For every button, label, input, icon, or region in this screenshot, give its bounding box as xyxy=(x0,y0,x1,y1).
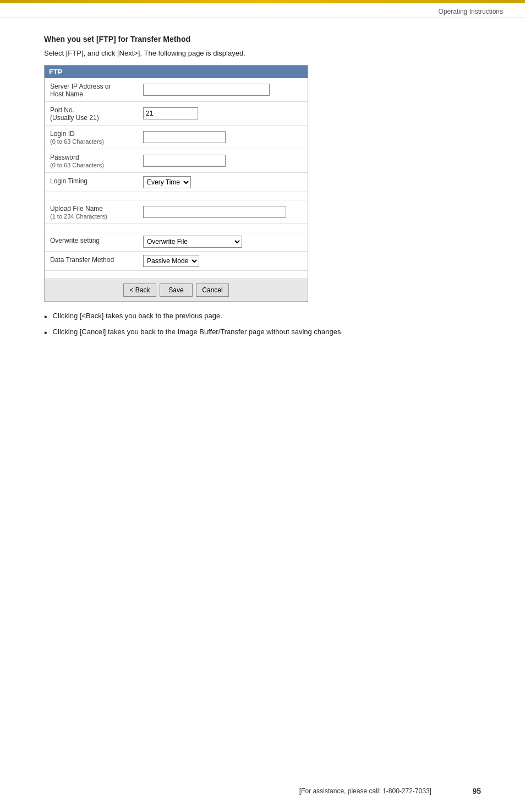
row-login-timing: Login Timing Every Time Once xyxy=(45,173,308,192)
row-spacer1 xyxy=(45,192,308,200)
button-row: < Back Save Cancel xyxy=(45,279,308,301)
footer-assistance-text: [For assistance, please call: 1-800-272-… xyxy=(258,787,472,795)
row-login-id: Login ID (0 to 63 Characters) xyxy=(45,126,308,149)
label-login-timing: Login Timing xyxy=(45,173,141,192)
bullet-list: Clicking [<Back] takes you back to the p… xyxy=(44,312,481,338)
header-title: Operating Instructions xyxy=(439,8,503,15)
login-id-input[interactable] xyxy=(143,131,226,143)
main-content: When you set [FTP] for Transfer Method S… xyxy=(0,18,525,366)
cancel-button[interactable]: Cancel xyxy=(196,284,229,297)
row-server-ip: Server IP Address or Host Name xyxy=(45,78,308,102)
bullet-item-back: Clicking [<Back] takes you back to the p… xyxy=(44,312,481,322)
label-port-no: Port No. (Usually Use 21) xyxy=(45,102,141,126)
row-password: Password (0 to 63 Characters) xyxy=(45,149,308,173)
upload-filename-input[interactable] xyxy=(143,206,286,218)
ftp-form-table: Server IP Address or Host Name Port No. … xyxy=(45,78,308,279)
footer: [For assistance, please call: 1-800-272-… xyxy=(0,787,525,795)
label-login-id: Login ID (0 to 63 Characters) xyxy=(45,126,141,149)
label-overwrite: Overwrite setting xyxy=(45,232,141,252)
section-description: Select [FTP], and click [Next>]. The fol… xyxy=(44,49,481,57)
row-transfer-method: Data Transfer Method Passive Mode Active… xyxy=(45,252,308,271)
save-button[interactable]: Save xyxy=(160,284,193,297)
label-upload-filename: Upload File Name (1 to 234 Characters) xyxy=(45,200,141,224)
back-button[interactable]: < Back xyxy=(123,284,156,297)
row-spacer3 xyxy=(45,271,308,279)
login-timing-select[interactable]: Every Time Once xyxy=(143,176,191,188)
footer-page-number: 95 xyxy=(472,787,481,795)
bullet-item-cancel: Clicking [Cancel] takes you back to the … xyxy=(44,328,481,338)
data-transfer-method-select[interactable]: Passive Mode Active Mode xyxy=(143,255,199,267)
ftp-panel: FTP Server IP Address or Host Name Por xyxy=(44,65,308,302)
label-transfer-method: Data Transfer Method xyxy=(45,252,141,271)
row-overwrite: Overwrite setting Overwrite File Do Not … xyxy=(45,232,308,252)
label-server-ip: Server IP Address or Host Name xyxy=(45,78,141,102)
row-upload-filename: Upload File Name (1 to 234 Characters) xyxy=(45,200,308,224)
header: Operating Instructions xyxy=(0,3,525,18)
password-input[interactable] xyxy=(143,155,226,167)
row-port-no: Port No. (Usually Use 21) xyxy=(45,102,308,126)
overwrite-setting-select[interactable]: Overwrite File Do Not Overwrite xyxy=(143,236,242,248)
server-ip-input[interactable] xyxy=(143,84,270,96)
ftp-panel-header: FTP xyxy=(45,66,308,78)
label-password: Password (0 to 63 Characters) xyxy=(45,149,141,173)
row-spacer2 xyxy=(45,224,308,232)
port-no-input[interactable] xyxy=(143,107,198,119)
section-heading: When you set [FTP] for Transfer Method xyxy=(44,35,481,43)
